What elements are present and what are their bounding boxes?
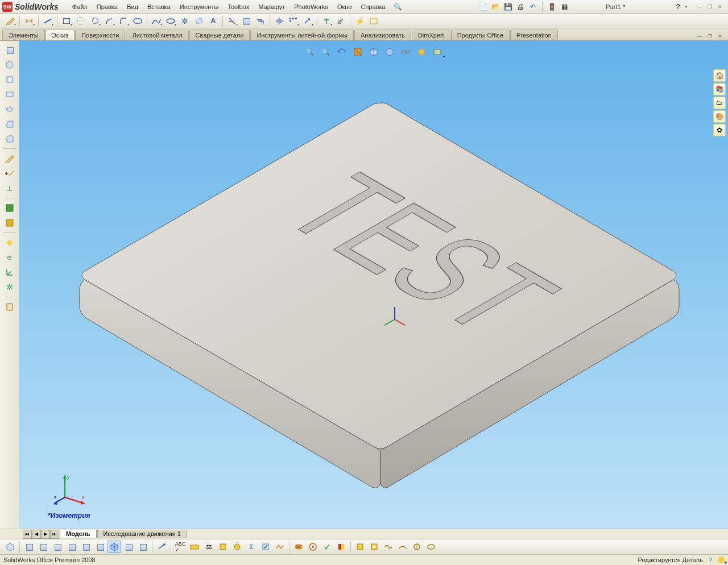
text-icon[interactable]: A	[206, 15, 220, 27]
traffic-light-icon[interactable]: 🚦	[547, 2, 557, 12]
dimetric-view-icon[interactable]	[136, 541, 150, 553]
zebra-icon[interactable]	[292, 541, 305, 553]
undo-icon[interactable]: ↶▼	[528, 2, 538, 12]
repair-sketch-icon[interactable]	[334, 15, 348, 27]
help-icon[interactable]: ?	[673, 2, 683, 12]
spell-check-icon[interactable]: ABC✓	[173, 541, 187, 553]
mdi-close-button[interactable]: ✕	[715, 32, 725, 40]
snap-point-icon[interactable]: ✲	[2, 280, 17, 294]
menu-toolbox[interactable]: Toolbox	[223, 1, 254, 13]
mass-props-icon[interactable]: ⚖	[202, 541, 216, 553]
menu-route[interactable]: Маршрут	[254, 1, 289, 13]
tab-dimxpert[interactable]: DimXpert	[412, 30, 450, 40]
arc-icon[interactable]: ▾	[102, 15, 116, 27]
save-icon[interactable]: 💾▼	[503, 2, 513, 12]
relations-icon[interactable]: ⊥	[2, 181, 17, 195]
appearance-icon[interactable]	[2, 201, 17, 215]
slot-icon[interactable]	[131, 15, 144, 27]
view-palette-icon[interactable]: 🎨	[713, 110, 726, 123]
verify-icon[interactable]: ✓	[320, 541, 334, 553]
thickness-icon[interactable]	[367, 541, 381, 553]
new-doc-icon[interactable]: 📄▼	[478, 2, 488, 12]
mdi-restore-button[interactable]: ❐	[705, 32, 714, 40]
orientation-triad[interactable]: y x z	[53, 472, 88, 506]
minimize-button[interactable]: —	[695, 3, 704, 11]
compare-icon[interactable]	[382, 541, 395, 553]
check-icon[interactable]	[259, 541, 272, 553]
tab-presentation[interactable]: Presentation	[510, 30, 558, 40]
chamfer-icon[interactable]	[2, 132, 17, 146]
linear-pattern-icon[interactable]: ▾	[287, 15, 300, 27]
deviation-icon[interactable]	[273, 541, 287, 553]
extrude-boss-icon[interactable]	[2, 43, 17, 57]
mdi-minimize-button[interactable]: —	[695, 32, 704, 40]
fillet-feature-icon[interactable]	[2, 117, 17, 131]
smart-dimension-icon[interactable]: ▾	[22, 15, 36, 27]
trimetric-view-icon[interactable]	[122, 541, 135, 553]
tab-model[interactable]: Модель	[60, 530, 97, 538]
circle-icon[interactable]: ▾	[88, 15, 102, 27]
menu-file[interactable]: Файл	[68, 1, 92, 13]
convert-entities-icon[interactable]	[239, 15, 253, 27]
coord-icon[interactable]	[2, 265, 17, 279]
menu-window[interactable]: Окно	[333, 1, 357, 13]
front-view-icon[interactable]	[22, 541, 36, 553]
tab-features[interactable]: Элементы	[2, 30, 45, 40]
fillet-icon[interactable]: ▾	[117, 15, 130, 27]
maximize-button[interactable]: ❐	[705, 3, 714, 11]
plane-icon[interactable]	[192, 15, 206, 27]
design-library-icon[interactable]: 📚	[713, 83, 726, 95]
rectangle-icon[interactable]: ▾	[60, 15, 73, 27]
close-button[interactable]: ✕	[715, 3, 725, 11]
back-view-icon[interactable]	[36, 541, 50, 553]
tab-prev-icon[interactable]: ◀	[32, 530, 41, 539]
offset-entities-icon[interactable]	[254, 15, 267, 27]
parting-line-icon[interactable]	[424, 541, 438, 553]
search-icon[interactable]: 🔍	[394, 3, 402, 11]
tab-moldtools[interactable]: Инструменты литейной формы	[250, 30, 354, 40]
sensor-icon[interactable]	[230, 541, 244, 553]
tab-surfaces[interactable]: Поверхности	[75, 30, 125, 40]
normal-to-icon[interactable]	[155, 541, 168, 553]
right-view-icon[interactable]	[65, 541, 78, 553]
view-settings-icon[interactable]: ▾	[431, 45, 444, 58]
tab-office[interactable]: Продукты Office	[451, 30, 510, 40]
move-entities-icon[interactable]: ▾	[301, 15, 315, 27]
draft-analysis-icon[interactable]	[334, 541, 348, 553]
revolve-boss-icon[interactable]	[2, 58, 17, 72]
zoom-fit-icon[interactable]: 🔍	[303, 45, 317, 58]
menu-insert[interactable]: Вставка	[143, 1, 175, 13]
home-icon[interactable]: 🏠	[713, 69, 726, 82]
quick-snaps-icon[interactable]: ⚡	[353, 15, 366, 27]
spline-icon[interactable]: ▾	[150, 15, 163, 27]
sketch-icon[interactable]: ▾	[3, 15, 17, 27]
tab-evaluate[interactable]: Анализировать	[354, 30, 411, 40]
isometric-view-icon[interactable]	[107, 541, 121, 553]
curvature-icon[interactable]	[306, 541, 320, 553]
menu-help[interactable]: Справка	[356, 1, 390, 13]
clipboard-icon[interactable]	[2, 300, 17, 314]
tab-motion-study[interactable]: Исследование движения 1	[97, 530, 187, 538]
help-dropdown-icon[interactable]: ▾	[685, 5, 687, 9]
menu-tools[interactable]: Инструменты	[175, 1, 224, 13]
sketch2-icon[interactable]	[2, 152, 17, 165]
tab-weldments[interactable]: Сварные детали	[189, 30, 250, 40]
section-props-icon[interactable]	[216, 541, 230, 553]
display-style-icon[interactable]: ▾	[383, 45, 396, 58]
hide-show-icon[interactable]: 👓▾	[399, 45, 412, 58]
geometry-analysis-icon[interactable]	[396, 541, 410, 553]
parallel-icon[interactable]	[2, 236, 17, 250]
point-icon[interactable]: ✲	[178, 15, 192, 27]
print-icon[interactable]: 🖨▼	[515, 2, 526, 12]
scene-icon[interactable]	[2, 216, 17, 230]
tangent-icon[interactable]: ⊖	[2, 251, 17, 264]
tab-last-icon[interactable]: ⏭	[50, 530, 59, 539]
extrude-cut-icon[interactable]	[2, 73, 17, 86]
add-relation-icon[interactable]: +	[2, 167, 17, 180]
file-explorer-icon[interactable]: 🗂	[713, 97, 726, 109]
menu-photoworks[interactable]: PhotoWorks	[289, 1, 333, 13]
ellipse-icon[interactable]: ▾	[164, 15, 177, 27]
menu-edit[interactable]: Правка	[92, 1, 122, 13]
zoom-area-icon[interactable]: 🔍	[319, 45, 333, 58]
display-relations-icon[interactable]: ▾	[320, 15, 333, 27]
